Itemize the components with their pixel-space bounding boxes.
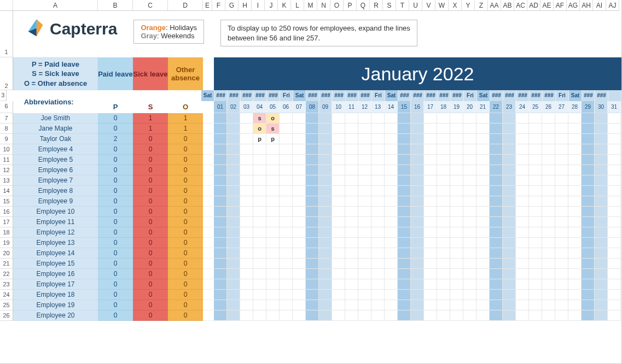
employee-name-cell[interactable]: Taylor Oak — [13, 134, 98, 144]
day-cell[interactable] — [503, 217, 516, 227]
day-cell[interactable] — [595, 248, 608, 259]
day-cell[interactable] — [227, 186, 240, 196]
day-cell[interactable] — [529, 238, 542, 248]
row-number[interactable]: 11 — [0, 155, 13, 165]
day-cell[interactable] — [595, 227, 608, 238]
day-cell[interactable] — [306, 279, 319, 290]
day-cell[interactable] — [332, 113, 345, 124]
day-cell[interactable] — [293, 155, 306, 165]
day-cell[interactable] — [240, 310, 253, 321]
day-cell[interactable] — [476, 238, 490, 248]
row-number[interactable]: 16 — [0, 207, 13, 217]
day-cell[interactable] — [319, 290, 332, 300]
day-cell[interactable] — [595, 144, 608, 155]
day-name-cell[interactable]: ### — [359, 90, 372, 101]
date-number-cell[interactable]: 02 — [227, 101, 240, 113]
row-number[interactable]: 21 — [0, 259, 13, 269]
day-cell[interactable] — [306, 227, 319, 238]
definitions-cell[interactable]: P = Paid leave S = Sick leave O = Other … — [13, 57, 98, 90]
day-cell[interactable] — [398, 238, 411, 248]
day-cell[interactable] — [345, 124, 358, 134]
day-cell[interactable] — [240, 155, 253, 165]
day-cell[interactable] — [411, 207, 424, 217]
paid-count-cell[interactable]: 0 — [98, 238, 133, 248]
day-cell[interactable] — [608, 259, 621, 269]
day-cell[interactable] — [608, 290, 621, 300]
day-cell[interactable] — [371, 144, 385, 155]
day-cell[interactable] — [476, 290, 490, 300]
day-cell[interactable] — [608, 144, 621, 155]
day-cell[interactable] — [319, 227, 332, 238]
day-cell[interactable] — [332, 227, 345, 238]
day-cell[interactable] — [542, 279, 555, 290]
other-count-cell[interactable]: 0 — [168, 248, 203, 259]
day-cell[interactable] — [411, 134, 424, 144]
day-cell[interactable] — [595, 175, 608, 186]
day-cell[interactable] — [542, 196, 555, 207]
day-cell[interactable] — [516, 259, 529, 269]
day-cell[interactable] — [253, 196, 266, 207]
date-number-cell[interactable]: 08 — [306, 101, 319, 113]
day-cell[interactable] — [450, 217, 463, 227]
day-cell[interactable] — [582, 310, 595, 321]
day-cell[interactable] — [582, 279, 595, 290]
day-cell[interactable] — [214, 207, 227, 217]
day-cell[interactable] — [437, 134, 450, 144]
day-cell[interactable] — [582, 248, 595, 259]
day-cell[interactable] — [437, 155, 450, 165]
day-cell[interactable] — [490, 248, 503, 259]
day-cell[interactable] — [385, 217, 398, 227]
col-header[interactable]: P — [344, 0, 357, 11]
date-number-cell[interactable]: 30 — [595, 101, 608, 113]
day-cell[interactable] — [293, 217, 306, 227]
date-number-cell[interactable]: 05 — [266, 101, 280, 113]
row-number[interactable]: 3 — [0, 90, 7, 101]
day-cell[interactable] — [516, 124, 529, 134]
day-cell[interactable]: s — [253, 113, 266, 124]
col-header[interactable]: T — [396, 0, 409, 11]
day-cell[interactable]: p — [253, 134, 266, 144]
day-cell[interactable] — [227, 155, 240, 165]
day-cell[interactable] — [529, 300, 542, 310]
day-cell[interactable] — [319, 279, 332, 290]
day-cell[interactable] — [424, 259, 437, 269]
day-cell[interactable] — [371, 217, 385, 227]
col-header[interactable]: J — [265, 0, 278, 11]
day-cell[interactable] — [266, 248, 280, 259]
employee-name-cell[interactable]: Employee 14 — [13, 248, 98, 259]
day-cell[interactable] — [358, 113, 371, 124]
col-header[interactable]: U — [409, 0, 422, 11]
day-cell[interactable] — [371, 155, 385, 165]
day-cell[interactable] — [608, 269, 621, 279]
day-cell[interactable] — [214, 279, 227, 290]
day-cell[interactable] — [608, 186, 621, 196]
date-number-cell[interactable]: 26 — [542, 101, 555, 113]
day-cell[interactable] — [476, 207, 490, 217]
day-cell[interactable] — [266, 155, 280, 165]
day-cell[interactable] — [450, 124, 463, 134]
row-number[interactable]: 20 — [0, 248, 13, 259]
day-cell[interactable] — [555, 196, 568, 207]
day-cell[interactable] — [214, 113, 227, 124]
day-cell[interactable] — [345, 248, 358, 259]
day-cell[interactable] — [253, 175, 266, 186]
day-cell[interactable] — [398, 165, 411, 175]
day-cell[interactable] — [332, 186, 345, 196]
paid-count-cell[interactable]: 0 — [98, 290, 133, 300]
day-cell[interactable] — [503, 290, 516, 300]
day-cell[interactable] — [582, 113, 595, 124]
date-number-cell[interactable]: 28 — [568, 101, 582, 113]
day-cell[interactable] — [595, 207, 608, 217]
row-number[interactable]: 6 — [0, 101, 13, 113]
abbr-s[interactable]: S — [133, 101, 168, 113]
day-cell[interactable] — [253, 207, 266, 217]
paid-leave-header[interactable]: Paid leave — [98, 57, 133, 90]
day-cell[interactable] — [450, 227, 463, 238]
day-cell[interactable] — [542, 186, 555, 196]
day-cell[interactable] — [568, 186, 582, 196]
day-cell[interactable] — [240, 227, 253, 238]
day-cell[interactable] — [358, 124, 371, 134]
day-cell[interactable] — [476, 124, 490, 134]
other-count-cell[interactable]: 1 — [168, 113, 203, 124]
day-cell[interactable] — [214, 300, 227, 310]
